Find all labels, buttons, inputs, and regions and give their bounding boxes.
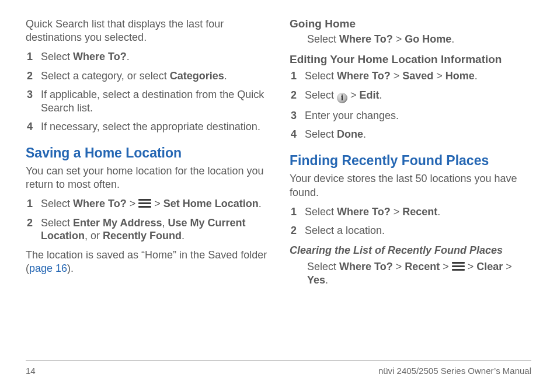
going-home-body: Select Where To? > Go Home. [290, 33, 531, 46]
list-item: 4 Select Done. [290, 128, 531, 141]
right-column: Going Home Select Where To? > Go Home. E… [290, 18, 531, 344]
clearing-recent-body: Select Where To? > Recent > > Clear > Ye… [290, 260, 531, 288]
page-number: 14 [26, 366, 36, 376]
list-item: 3 If applicable, select a destination fr… [26, 88, 267, 114]
list-item: 2 Select Enter My Address, Use My Curren… [26, 216, 267, 243]
list-item: 2 Select a location. [290, 224, 531, 237]
step-number: 1 [26, 197, 41, 211]
step-number: 4 [26, 120, 41, 134]
finding-recent-intro: Your device stores the last 50 locations… [290, 172, 531, 199]
menu-icon [138, 199, 151, 208]
step-body: Enter your changes. [305, 109, 531, 123]
list-item: 1 Select Where To? > > Set Home Location… [26, 197, 267, 211]
list-item: 1 Select Where To? > Saved > Home. [290, 69, 531, 83]
page-link[interactable]: page 16 [29, 262, 67, 274]
list-item: 4 If necessary, select the appropriate d… [26, 120, 267, 134]
left-column: Quick Search list that displays the last… [26, 18, 267, 344]
steps-saving-home: 1 Select Where To? > > Set Home Location… [26, 197, 267, 243]
step-number: 1 [290, 205, 305, 219]
menu-icon [452, 262, 465, 271]
step-number: 2 [26, 216, 41, 230]
list-item: 2 Select i > Edit. [290, 89, 531, 103]
page-footer: 14 nüvi 2405/2505 Series Owner’s Manual [26, 360, 531, 376]
step-number: 4 [290, 128, 305, 141]
info-icon: i [337, 93, 347, 103]
lead-text: Quick Search list that displays the last… [26, 18, 267, 44]
step-body: If applicable, select a destination from… [41, 88, 267, 114]
step-body: Select i > Edit. [305, 89, 531, 103]
saving-home-intro: You can set your home location for the l… [26, 164, 267, 191]
saving-home-tail: The location is saved as “Home” in the S… [26, 249, 267, 275]
list-item: 1 Select Where To? > Recent. [290, 205, 531, 219]
step-body: Select Where To? > Saved > Home. [305, 69, 531, 83]
heading-clearing-recent: Clearing the List of Recently Found Plac… [290, 244, 531, 257]
step-number: 3 [290, 109, 305, 123]
heading-going-home: Going Home [290, 18, 531, 30]
step-number: 2 [290, 224, 305, 237]
step-number: 1 [290, 69, 305, 83]
step-body: Select Where To? > > Set Home Location. [41, 197, 267, 211]
list-item: 3 Enter your changes. [290, 109, 531, 123]
steps-edit-home: 1 Select Where To? > Saved > Home. 2 Sel… [290, 69, 531, 141]
step-number: 1 [26, 50, 41, 64]
step-body: Select Where To?. [41, 50, 267, 64]
heading-saving-home: Saving a Home Location [26, 145, 267, 162]
page-columns: Quick Search list that displays the last… [26, 18, 531, 344]
step-body: Select Done. [305, 128, 531, 141]
list-item: 1 Select Where To?. [26, 50, 267, 64]
step-body: If necessary, select the appropriate des… [41, 120, 267, 134]
steps-finding-recent: 1 Select Where To? > Recent. 2 Select a … [290, 205, 531, 237]
heading-finding-recent: Finding Recently Found Places [290, 153, 531, 169]
manual-title: nüvi 2405/2505 Series Owner’s Manual [378, 366, 531, 376]
step-body: Select a category, or select Categories. [41, 69, 267, 83]
step-body: Select a location. [305, 224, 531, 237]
step-number: 3 [26, 88, 41, 102]
step-number: 2 [290, 89, 305, 102]
heading-edit-home: Editing Your Home Location Information [290, 53, 531, 66]
step-body: Select Where To? > Recent. [305, 205, 531, 219]
step-number: 2 [26, 69, 41, 83]
list-item: 2 Select a category, or select Categorie… [26, 69, 267, 83]
steps-quick-search: 1 Select Where To?. 2 Select a category,… [26, 50, 267, 134]
step-body: Select Enter My Address, Use My Current … [41, 216, 267, 243]
